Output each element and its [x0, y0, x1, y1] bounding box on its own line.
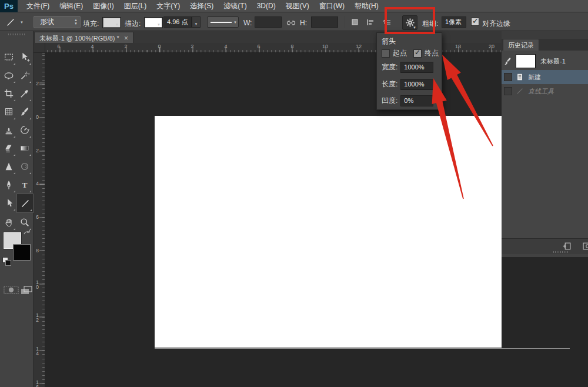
tab-close-icon[interactable]: ×: [124, 33, 128, 44]
hruler-label: 6: [254, 44, 263, 49]
menu-item[interactable]: 图层(L): [124, 1, 147, 11]
annotation-highlight-box: [385, 7, 435, 34]
tools-panel: T: [0, 31, 34, 387]
tool-mode-select[interactable]: 形状 ▲▼: [34, 16, 81, 28]
width-input[interactable]: [255, 16, 282, 28]
history-source-well[interactable]: [504, 73, 512, 81]
default-colors-icon[interactable]: [2, 257, 11, 265]
tool-lasso-icon[interactable]: [1, 66, 16, 84]
hruler-label: 4: [221, 44, 230, 49]
fill-caret-icon[interactable]: ▼: [115, 23, 119, 26]
svg-text:T: T: [22, 180, 27, 189]
menu-item[interactable]: 滤镜(T): [223, 1, 246, 11]
tool-preset-line-icon[interactable]: [4, 15, 18, 29]
tool-burn-icon[interactable]: [16, 157, 32, 175]
tool-hand-icon[interactable]: [1, 213, 16, 231]
tool-line-icon[interactable]: [16, 194, 34, 213]
snapshot-label: 未标题-1: [540, 57, 566, 66]
height-input[interactable]: [311, 16, 338, 28]
swap-colors-icon[interactable]: [22, 229, 32, 237]
thickness-input[interactable]: 1像素: [442, 16, 466, 28]
history-step-new[interactable]: 新建: [502, 70, 588, 84]
stroke-label: 描边:: [125, 19, 141, 29]
hruler-label: 0: [155, 44, 164, 49]
tool-gradient-icon[interactable]: [16, 139, 32, 157]
tool-rectangular-marquee-icon[interactable]: [1, 48, 16, 66]
concavity-field-input[interactable]: 0%: [400, 95, 433, 106]
vruler-label: 4: [35, 181, 40, 186]
screen-mode-button[interactable]: [20, 285, 33, 298]
panel-drag-handle[interactable]: [553, 251, 569, 253]
menu-items: 文件(F)编辑(E)图像(I)图层(L)文字(Y)选择(S)滤镜(T)3D(D)…: [18, 1, 379, 11]
document-tab[interactable]: 未标题-1 @ 100%(RGB/8) * ×: [34, 32, 133, 44]
tool-healing-brush-icon[interactable]: [1, 102, 16, 121]
width-field-input[interactable]: 1000%: [400, 62, 433, 73]
history-step-line-tool[interactable]: 直线工具: [502, 84, 588, 98]
menu-item[interactable]: 帮助(H): [355, 1, 379, 11]
tool-eraser-icon[interactable]: [1, 139, 16, 157]
tool-preset-caret-icon[interactable]: ▼: [20, 21, 24, 24]
arrowheads-checkbox-row: 起点 终点: [382, 48, 439, 58]
menu-item[interactable]: 窗口(W): [319, 1, 345, 11]
tool-brush-icon[interactable]: [16, 102, 32, 121]
link-dimensions-icon[interactable]: [284, 16, 298, 29]
stroke-width-input[interactable]: 4.96 点: [163, 16, 192, 28]
toolbar-drag-handle[interactable]: [8, 34, 25, 35]
start-checkbox[interactable]: [382, 49, 390, 58]
tool-options-bar: ▼ 形状 ▲▼ 填充: ▼ 描边: ▼ 4.96 点 ▼ ▼ W: H: ▼ 粗…: [0, 12, 588, 31]
hruler-label: 4: [88, 44, 97, 49]
history-panel-tab[interactable]: 历史记录: [503, 39, 539, 51]
background-color-swatch[interactable]: [13, 244, 31, 261]
tool-clone-stamp-icon[interactable]: [1, 121, 16, 139]
tool-pen-icon[interactable]: [1, 175, 16, 194]
tool-magic-wand-icon[interactable]: [16, 66, 32, 84]
menu-bar: Ps 文件(F)编辑(E)图像(I)图层(L)文字(Y)选择(S)滤镜(T)3D…: [0, 0, 588, 12]
arrowheads-popover: 箭头 起点 终点 宽度: 1000% 长度: 1000% 凹度: 0%: [376, 32, 442, 110]
path-operations-icon[interactable]: [348, 15, 362, 29]
quick-mask-button[interactable]: [4, 285, 19, 297]
hruler-label: 10: [320, 44, 330, 49]
vruler-label: 0: [35, 115, 40, 119]
canvas-shadow-line: [155, 348, 570, 349]
tool-crop-icon[interactable]: [1, 84, 16, 102]
vertical-ruler[interactable]: 420246810121416: [34, 53, 45, 387]
length-field-input[interactable]: 1000%: [400, 79, 433, 90]
tool-type-icon[interactable]: T: [16, 175, 32, 194]
history-brush-source-icon[interactable]: [503, 56, 513, 66]
start-label: 起点: [393, 48, 407, 58]
width-field-row: 宽度: 1000%: [382, 62, 433, 73]
menu-item[interactable]: 视图(V): [286, 1, 309, 11]
stroke-width-caret[interactable]: ▼: [192, 16, 201, 28]
snapshot-camera-icon[interactable]: [583, 241, 588, 252]
tool-sharpen-icon[interactable]: [1, 157, 16, 175]
menu-item[interactable]: 文件(F): [26, 1, 49, 11]
tool-path-selection-icon[interactable]: [1, 194, 16, 212]
menu-item[interactable]: 选择(S): [190, 1, 213, 11]
history-source-well[interactable]: [504, 87, 512, 95]
stroke-caret-icon[interactable]: ▼: [157, 23, 161, 26]
tool-history-brush-icon[interactable]: [16, 121, 32, 139]
path-alignment-icon[interactable]: [363, 15, 377, 29]
ruler-corner[interactable]: [34, 43, 45, 53]
history-panel-top-strip: [502, 31, 588, 39]
menu-item[interactable]: 图像(I): [93, 1, 113, 11]
align-edges-checkbox[interactable]: [471, 18, 479, 26]
history-snapshot-row[interactable]: 未标题-1: [502, 53, 588, 69]
color-swatches-area: [2, 231, 32, 268]
menu-item[interactable]: 文字(Y): [156, 1, 180, 11]
new-document-icon: [516, 73, 524, 81]
fill-label: 填充:: [83, 19, 99, 29]
length-field-label: 长度:: [382, 79, 397, 89]
menu-item[interactable]: 3D(D): [257, 2, 276, 10]
snapshot-thumbnail[interactable]: [516, 54, 536, 68]
document-canvas[interactable]: [155, 116, 502, 348]
tool-mode-value: 形状: [40, 18, 54, 26]
hruler-label: 12: [354, 44, 363, 49]
tool-eyedropper-icon[interactable]: [16, 84, 32, 102]
stroke-style-preview[interactable]: ▼: [207, 16, 239, 28]
end-checkbox[interactable]: [413, 49, 422, 58]
tool-move-icon[interactable]: [16, 48, 32, 66]
history-panel-footer: [502, 238, 588, 254]
hruler-label: 20: [487, 44, 496, 49]
menu-item[interactable]: 编辑(E): [59, 1, 83, 11]
